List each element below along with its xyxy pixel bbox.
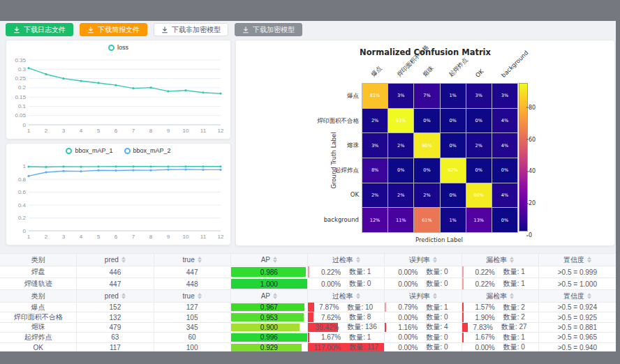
rate-count: 数量: 0 (426, 343, 448, 351)
loss-chart-card: loss00.050.10.150.20.250.30.351234567891… (6, 40, 231, 139)
svg-text:10: 10 (183, 234, 189, 240)
rate-percent: 0.00% (398, 344, 418, 351)
legend-item-loss[interactable]: loss (108, 44, 128, 51)
matrix-cell: 4% (492, 183, 517, 208)
miss-rate-cell: 0.22%数量: 1 (462, 278, 539, 289)
data-point (45, 166, 47, 168)
data-point (184, 89, 186, 91)
misjudge-rate-cell: 0.00%数量: 0 (385, 266, 462, 278)
svg-text:0.1: 0.1 (18, 103, 27, 109)
svg-text:0.4: 0.4 (18, 202, 27, 208)
colorbar-tick: 40 (529, 168, 536, 174)
rate-bar (462, 278, 464, 289)
matrix-cell: 0% (441, 183, 466, 208)
confidence-cell: >0.5 = 0.881 (539, 323, 616, 332)
column-header-true[interactable]: true (154, 254, 231, 266)
rate-bar (308, 266, 309, 278)
miss-rate-cell: 1.90%数量: 2 (462, 312, 539, 321)
matrix-cell: 3% (388, 84, 413, 108)
column-header-true[interactable]: true (154, 290, 231, 302)
rate-bar (385, 303, 386, 312)
column-header-过检率[interactable]: 过检率 (308, 290, 385, 302)
download-plain-model-button[interactable]: 下载非加密模型 (154, 23, 228, 36)
column-header-label: 过检率 (332, 255, 353, 265)
sort-caret-icon (273, 257, 277, 263)
table-row: 焊盘4464470.9860.22%数量: 10.00%数量: 00.22%数量… (0, 266, 616, 278)
rate-bar (462, 266, 464, 278)
matrix-col-label: 熔珠 (422, 64, 436, 79)
data-point (97, 169, 99, 172)
column-header-pred[interactable]: pred (77, 290, 154, 302)
column-header-label: 置信度 (563, 291, 584, 301)
data-point (115, 165, 117, 167)
series-line-bbox_mAP_2 (29, 169, 221, 176)
data-point (132, 87, 134, 89)
download-log-button[interactable]: 下载日志文件 (6, 23, 73, 36)
rate-percent: 39.42% (316, 324, 339, 331)
misjudge-rate-cell: 0.00%数量: 0 (385, 333, 462, 342)
column-header-label: 漏检率 (486, 255, 507, 265)
rate-count: 数量: 4 (426, 323, 448, 332)
button-label: 下载简报文件 (98, 23, 140, 36)
matrix-cell: 92% (441, 158, 466, 183)
rate-percent: 1.90% (475, 314, 494, 321)
miss-rate-cell: 0.00%数量: 0 (462, 343, 539, 351)
column-header-过检率[interactable]: 过检率 (308, 254, 385, 266)
rate-percent: 0.00% (398, 280, 418, 288)
matrix-cell: 8% (362, 158, 388, 183)
legend-marker-icon (124, 148, 131, 154)
data-point (132, 169, 134, 171)
column-header-AP[interactable]: AP (231, 254, 308, 266)
download-enc-model-button[interactable]: 下载加密模型 (235, 23, 302, 36)
legend-label: bbox_mAP_2 (133, 147, 171, 154)
rate-percent: 0.00% (398, 333, 418, 341)
data-point (62, 165, 64, 167)
map-chart-legend: bbox_mAP_1bbox_mAP_2 (6, 147, 230, 154)
download-icon (242, 26, 249, 33)
download-report-button[interactable]: 下载简报文件 (80, 23, 147, 36)
series-line-bbox_mAP_1 (29, 167, 221, 167)
legend-item-bbox_mAP_2[interactable]: bbox_mAP_2 (124, 147, 171, 154)
matrix-cell: 2% (414, 183, 439, 208)
column-header-label: pred (105, 256, 119, 264)
misjudge-rate-cell: 0.00%数量: 0 (385, 312, 462, 321)
data-point (167, 169, 169, 171)
dashboard-content: 下载日志文件下载简报文件下载非加密模型下载加密模型 loss00.050.10.… (0, 21, 616, 351)
rate-percent: 7.83% (473, 324, 493, 331)
legend-label: loss (117, 44, 128, 51)
table-row: OK1171000.929117.00%数量: 1170.00%数量: 00.0… (0, 343, 616, 351)
svg-text:9: 9 (167, 234, 170, 240)
matrix-cell: 2% (388, 183, 413, 208)
matrix-cell: 4% (492, 133, 517, 158)
legend-item-bbox_mAP_1[interactable]: bbox_mAP_1 (66, 147, 112, 154)
button-label: 下载加密模型 (253, 23, 295, 36)
column-header-误判率[interactable]: 误判率 (385, 254, 462, 266)
column-header-误判率[interactable]: 误判率 (385, 290, 462, 302)
column-header-置信度[interactable]: 置信度 (539, 254, 616, 266)
sort-caret-icon (356, 257, 360, 263)
data-point (27, 175, 29, 177)
column-header-AP[interactable]: AP (231, 290, 308, 302)
matrix-cell: 4% (492, 109, 517, 133)
class-cell: 焊缝轨迹 (0, 278, 77, 289)
column-header-漏检率[interactable]: 漏检率 (462, 290, 539, 302)
miss-rate-cell: 1.67%数量: 1 (462, 333, 539, 342)
column-header-置信度[interactable]: 置信度 (539, 290, 616, 302)
colorbar-tick: 20 (529, 200, 536, 206)
data-point (97, 165, 99, 167)
data-point (80, 79, 82, 82)
column-header-pred[interactable]: pred (77, 254, 154, 266)
ap-cell: 0.996 (231, 333, 308, 342)
svg-text:12: 12 (218, 234, 224, 240)
overcheck-rate-cell: 117.00%数量: 117 (308, 343, 385, 351)
sort-caret-icon (356, 293, 360, 299)
svg-text:4: 4 (80, 128, 83, 134)
matrix-cell: 0% (441, 133, 466, 158)
column-header-漏检率[interactable]: 漏检率 (462, 254, 539, 266)
data-point (149, 169, 152, 172)
rate-count: 数量: 0 (426, 333, 448, 342)
matrix-cell: 2% (466, 133, 492, 158)
class-cell: 起焊炸点 (0, 333, 77, 342)
loss-chart-legend: loss (6, 44, 230, 51)
sort-caret-icon (273, 293, 277, 299)
